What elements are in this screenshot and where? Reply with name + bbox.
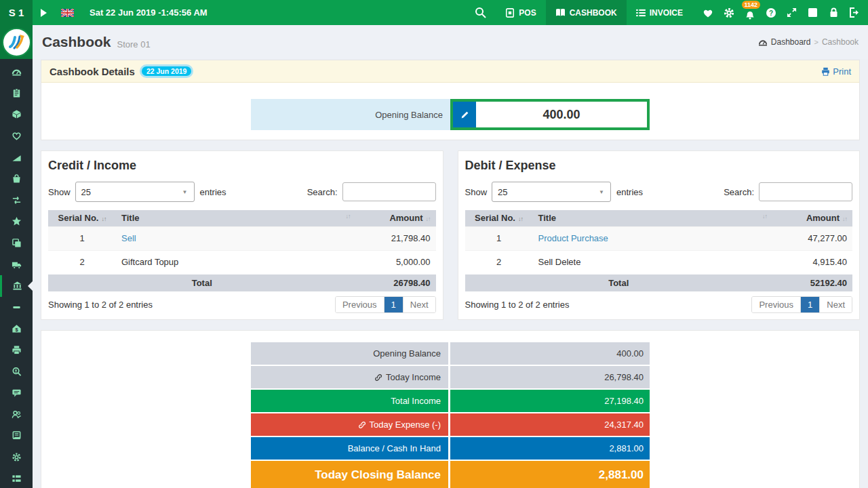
debit-expense-title: Debit / Expense	[465, 159, 853, 173]
book-icon	[12, 430, 22, 441]
table-row: 2 Giftcard Topup 5,000.00	[48, 250, 436, 274]
sidebar-item-dashboard[interactable]	[0, 61, 33, 83]
date-badge: 22 Jun 2019	[140, 64, 194, 78]
credit-header-serial[interactable]: Serial No.↓↑	[48, 210, 116, 226]
previous-button[interactable]: Previous	[336, 297, 384, 312]
debit-header-serial[interactable]: Serial No.↓↑	[465, 210, 533, 226]
link-icon	[358, 421, 366, 429]
pos-icon	[505, 8, 515, 18]
sidebar-item-messages[interactable]	[0, 382, 33, 404]
page-number-button[interactable]: 1	[800, 297, 819, 312]
cashbook-details-heading: Cashbook Details 22 Jun 2019 Print	[41, 60, 859, 83]
nav-invoice[interactable]: INVOICE	[627, 0, 692, 25]
debit-total-row: Total 52192.40	[465, 274, 853, 291]
app-logo-area[interactable]	[0, 25, 33, 59]
debit-row-link[interactable]: Product Purchase	[538, 233, 608, 243]
credit-header-amount[interactable]: Amount↓↑	[356, 210, 436, 226]
sort-icon: ↓↑	[842, 216, 847, 222]
next-button[interactable]: Next	[403, 297, 435, 312]
sidebar-item-expenses[interactable]: $	[0, 318, 33, 340]
printer-icon	[12, 345, 22, 355]
table-row: 1 Sell 21,798.40	[48, 226, 436, 250]
sidebar-item-products[interactable]	[0, 104, 33, 125]
lock-icon[interactable]	[823, 0, 844, 25]
debit-expense-panel: Debit / Expense Show 25 ▼ entries Search…	[458, 150, 861, 320]
chat-icon	[12, 388, 22, 398]
sidebar-item-printing[interactable]	[0, 340, 33, 361]
sidebar-item-favorites[interactable]	[0, 125, 33, 147]
credit-total-row: Total 26798.40	[48, 274, 436, 291]
credit-header-title[interactable]: Title↓↑	[116, 210, 356, 226]
sidebar-item-divider[interactable]	[0, 297, 33, 319]
nav-cashbook[interactable]: CASHBOOK	[546, 0, 627, 25]
sidebar-item-lists[interactable]	[0, 468, 33, 488]
sidebar-item-audit[interactable]	[0, 361, 33, 382]
sidebar-item-transfer[interactable]	[0, 190, 33, 211]
logout-icon[interactable]	[844, 0, 865, 25]
previous-button[interactable]: Previous	[752, 297, 800, 312]
notification-count-badge: 1142	[742, 1, 761, 9]
page-subtitle: Store 01	[117, 39, 151, 49]
credit-income-title: Credit / Income	[48, 159, 436, 173]
tables-row: Credit / Income Show 25 ▼ entries Search…	[41, 150, 860, 320]
calculator-square-icon[interactable]	[802, 0, 823, 25]
debit-header-amount[interactable]: Amount↓↑	[772, 210, 852, 226]
sidebar-item-documents[interactable]	[0, 425, 33, 447]
link-icon	[374, 373, 382, 382]
star-icon	[12, 216, 22, 226]
sidebar-item-customers[interactable]	[0, 404, 33, 426]
opening-balance-input[interactable]	[476, 102, 647, 127]
table-row: 2 Sell Delete 4,915.40	[465, 250, 853, 274]
page-header: Cashbook Store 01 Dashboard > Cashbook	[33, 25, 868, 59]
fullscreen-expand-icon[interactable]	[781, 0, 802, 25]
cashbook-details-body: Opening Balance	[41, 83, 859, 140]
edit-opening-balance-button[interactable]	[453, 102, 476, 127]
credit-page-size-select[interactable]: 25 ▼	[75, 182, 195, 202]
sidebar-toggle-icon[interactable]	[40, 0, 47, 25]
sidebar-item-stock[interactable]	[0, 232, 33, 254]
sidebar: $	[0, 25, 33, 488]
printer-icon	[821, 67, 830, 76]
show-label: Show	[465, 187, 488, 197]
credit-search-input[interactable]	[342, 182, 436, 201]
notifications-bell-icon[interactable]: 1142	[739, 0, 760, 25]
exchange-icon	[12, 195, 22, 205]
sidebar-item-settings[interactable]	[0, 447, 33, 468]
debit-header-title[interactable]: Title↓↑	[533, 210, 773, 226]
debit-search-input[interactable]	[759, 182, 852, 201]
summary-panel: Opening Balance 400.00 Today Income 26,7…	[41, 330, 860, 488]
debit-page-size-select[interactable]: 25 ▼	[492, 182, 611, 202]
summary-row-closing-balance: Today Closing Balance 2,881.00	[251, 461, 650, 488]
sidebar-item-purchases[interactable]	[0, 168, 33, 190]
breadcrumb: Dashboard > Cashbook	[758, 37, 859, 47]
table-row: 1 Product Purchase 47,277.00	[465, 226, 853, 250]
dash-icon	[12, 302, 22, 312]
summary-row-total-income: Total Income 27,198.40	[251, 390, 650, 412]
nav-pos[interactable]: POS	[496, 0, 545, 25]
debit-table: Serial No.↓↑ Title↓↑ Amount↓↑ 1 Product …	[465, 210, 853, 291]
credit-row-link[interactable]: Sell	[121, 233, 136, 243]
next-button[interactable]: Next	[819, 297, 852, 312]
help-icon[interactable]: ?	[760, 0, 781, 25]
sidebar-item-delivery[interactable]	[0, 253, 33, 275]
favorites-heart-icon[interactable]	[697, 0, 718, 25]
cashbook-details-title: Cashbook Details	[50, 66, 135, 77]
sidebar-item-cashbook[interactable]	[0, 275, 33, 297]
brand-logo[interactable]: S 1	[0, 0, 33, 25]
dashboard-breadcrumb-icon	[758, 38, 768, 46]
breadcrumb-dashboard[interactable]: Dashboard	[771, 37, 811, 47]
list-icon	[12, 474, 22, 484]
sort-icon: ↓↑	[346, 213, 351, 220]
sidebar-item-orders[interactable]	[0, 83, 33, 104]
invoice-icon	[636, 9, 646, 17]
credit-income-panel: Credit / Income Show 25 ▼ entries Search…	[41, 150, 443, 320]
page-number-button[interactable]: 1	[384, 297, 403, 312]
language-flag-icon[interactable]	[61, 0, 74, 25]
sidebar-item-reports[interactable]	[0, 146, 33, 168]
sidebar-item-featured[interactable]	[0, 211, 33, 232]
pencil-icon	[460, 110, 469, 119]
search-icon[interactable]	[465, 0, 496, 25]
print-button[interactable]: Print	[821, 66, 851, 77]
debit-table-controls: Show 25 ▼ entries Search:	[465, 182, 853, 202]
settings-gear-icon[interactable]	[718, 0, 739, 25]
